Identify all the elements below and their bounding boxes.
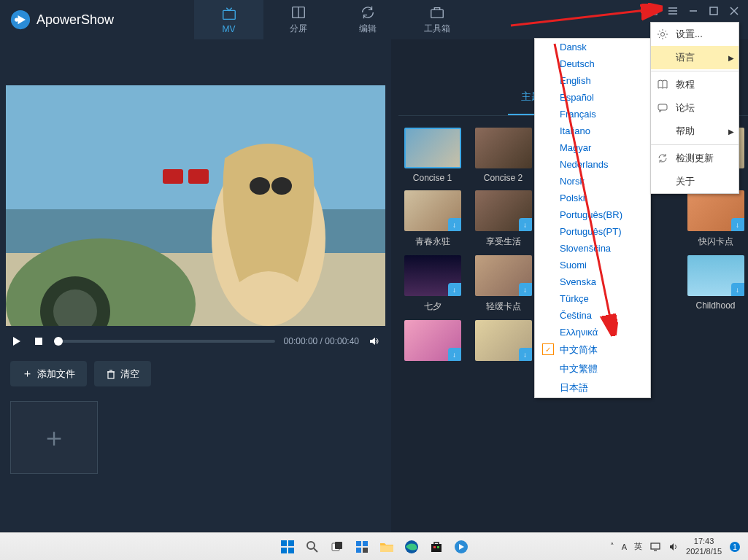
edge-button[interactable] xyxy=(401,536,423,558)
menu-check-update[interactable]: 检测更新 xyxy=(651,147,739,170)
language-option[interactable]: Čeština xyxy=(535,307,650,324)
menu-help[interactable]: 帮助 ▶ xyxy=(651,120,739,143)
svg-rect-43 xyxy=(363,541,368,546)
menu-about[interactable]: 关于 xyxy=(651,170,739,193)
template-thumb[interactable]: ↓ xyxy=(404,320,461,361)
sound-icon[interactable] xyxy=(668,542,679,552)
vip-icon[interactable] xyxy=(644,3,660,19)
template-thumb[interactable]: ↓ xyxy=(475,190,532,231)
template-thumb[interactable]: ↓ xyxy=(475,255,532,296)
svg-rect-31 xyxy=(658,104,667,110)
tab-edit[interactable]: 编辑 xyxy=(333,0,402,39)
network-icon[interactable] xyxy=(649,542,661,552)
language-option[interactable]: Italiano xyxy=(535,122,650,139)
template-item[interactable]: ↓享受生活 xyxy=(472,190,534,248)
left-panel: 00:00:00 / 00:00:40 ＋添加文件 清空 ＋ xyxy=(0,39,391,532)
apowershow-taskbar-icon[interactable] xyxy=(450,536,472,558)
language-option[interactable]: Norsk xyxy=(535,173,650,190)
template-label: Childhood xyxy=(695,300,735,311)
add-file-button[interactable]: ＋添加文件 xyxy=(10,361,87,386)
menu-separator xyxy=(651,71,739,71)
menu-language[interactable]: 语言 ▶ xyxy=(651,46,739,69)
template-item[interactable]: ↓快闪卡点 xyxy=(685,190,747,248)
add-media-slot[interactable]: ＋ xyxy=(10,401,98,474)
widgets-button[interactable] xyxy=(351,536,373,558)
app-name: ApowerShow xyxy=(36,12,114,28)
minimize-button[interactable] xyxy=(685,3,701,19)
template-thumb[interactable] xyxy=(475,128,532,168)
clock[interactable]: 17:43 2021/8/15 xyxy=(686,537,722,556)
search-button[interactable] xyxy=(301,536,323,558)
language-option[interactable]: Español xyxy=(535,89,650,106)
download-icon: ↓ xyxy=(448,283,461,296)
template-item[interactable]: Concise 1 xyxy=(401,128,463,183)
template-thumb[interactable] xyxy=(404,128,461,168)
template-thumb[interactable]: ↓ xyxy=(404,190,461,231)
language-option[interactable]: Português(BR) xyxy=(535,206,650,223)
template-thumb[interactable]: ↓ xyxy=(404,255,461,296)
tray-chevron-icon[interactable]: ˄ xyxy=(610,542,614,551)
language-option[interactable]: Suomi xyxy=(535,257,650,273)
language-option[interactable]: Nederlands xyxy=(535,156,650,173)
nav-tabs: MV 分屏 编辑 工具箱 xyxy=(194,0,471,39)
menu-settings[interactable]: 设置... xyxy=(651,23,739,46)
toolbox-icon xyxy=(429,4,445,20)
template-item[interactable]: Concise 2 xyxy=(472,128,534,183)
template-thumb[interactable]: ↓ xyxy=(475,320,532,361)
ime-indicator-lang[interactable]: 英 xyxy=(634,541,642,552)
template-item[interactable]: ↓七夕 xyxy=(401,255,463,313)
language-option[interactable]: 中文繁體 xyxy=(535,359,650,378)
download-icon: ↓ xyxy=(731,218,744,231)
language-option[interactable]: 中文简体 xyxy=(535,341,650,359)
template-item[interactable]: ↓ xyxy=(401,320,463,365)
svg-rect-52 xyxy=(651,543,660,549)
explorer-button[interactable] xyxy=(376,536,398,558)
taskview-button[interactable] xyxy=(326,536,348,558)
language-option[interactable]: Ελληνικά xyxy=(535,324,650,341)
close-button[interactable] xyxy=(726,3,742,19)
volume-button[interactable] xyxy=(368,335,381,348)
language-menu: DanskDeutschEnglishEspañolFrançaisItalia… xyxy=(534,38,651,398)
language-option[interactable]: English xyxy=(535,72,650,89)
language-option[interactable]: Polski xyxy=(535,190,650,206)
language-option[interactable]: Slovenščina xyxy=(535,240,650,257)
progress-bar[interactable] xyxy=(54,340,275,343)
progress-knob[interactable] xyxy=(54,337,63,346)
template-item[interactable]: ↓ xyxy=(472,320,534,365)
time-display: 00:00:00 / 00:00:40 xyxy=(284,336,359,346)
menu-icon[interactable] xyxy=(665,3,681,19)
template-item[interactable]: ↓Childhood xyxy=(685,255,747,313)
svg-rect-37 xyxy=(288,548,294,553)
ime-indicator-a[interactable]: A xyxy=(622,542,627,551)
language-option[interactable]: 日本語 xyxy=(535,378,650,397)
language-option[interactable]: Türkçe xyxy=(535,290,650,307)
language-option[interactable]: Deutsch xyxy=(535,55,650,72)
tv-icon xyxy=(221,6,237,22)
template-thumb[interactable]: ↓ xyxy=(687,255,744,296)
template-item[interactable]: ↓青春永驻 xyxy=(401,190,463,248)
tab-split[interactable]: 分屏 xyxy=(263,0,333,39)
bottom-buttons: ＋添加文件 清空 xyxy=(6,357,385,391)
settings-menu: 设置... 语言 ▶ 教程 论坛 帮助 ▶ 检测更新 关于 xyxy=(650,22,739,194)
start-button[interactable] xyxy=(277,536,298,558)
tab-mv[interactable]: MV xyxy=(194,0,263,39)
language-option[interactable]: Svenska xyxy=(535,273,650,290)
logo-icon xyxy=(10,9,31,30)
language-option[interactable]: Português(PT) xyxy=(535,223,650,240)
maximize-button[interactable] xyxy=(706,3,722,19)
store-button[interactable] xyxy=(425,536,447,558)
menu-tutorial[interactable]: 教程 xyxy=(651,73,739,96)
taskbar-center xyxy=(277,536,472,558)
clear-button[interactable]: 清空 xyxy=(94,361,151,386)
language-option[interactable]: Dansk xyxy=(535,39,650,55)
menu-forum[interactable]: 论坛 xyxy=(651,96,739,120)
tab-toolbox[interactable]: 工具箱 xyxy=(402,0,471,39)
template-item[interactable]: ↓轻缓卡点 xyxy=(472,255,534,313)
notification-icon[interactable]: 1 xyxy=(729,541,741,553)
stop-button[interactable] xyxy=(32,335,45,348)
play-button[interactable] xyxy=(10,335,23,348)
language-option[interactable]: Français xyxy=(535,106,650,122)
template-thumb[interactable]: ↓ xyxy=(687,190,744,231)
language-option[interactable]: Magyar xyxy=(535,139,650,156)
download-icon: ↓ xyxy=(448,348,461,361)
